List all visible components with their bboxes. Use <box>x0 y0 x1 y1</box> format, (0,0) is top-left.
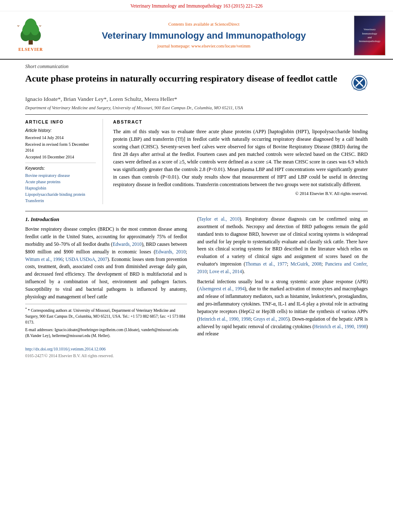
footnote-corresponding: * * Corresponding authors at: University… <box>25 307 187 325</box>
keyword-4: Lipopolysaccharide binding protein <box>25 192 96 198</box>
abstract-section: ABSTRACT The aim of this study was to ev… <box>113 119 368 204</box>
ref-gruys-2005[interactable]: Gruys et al., 2005 <box>253 316 288 321</box>
elsevier-tree-icon: Ψ Ψ <box>14 18 47 46</box>
body-left-column: 1. Introduction Bovine respiratory disea… <box>25 216 187 340</box>
svg-point-6 <box>31 25 39 35</box>
elsevier-brand-text: ELSEVIER <box>18 47 43 53</box>
keyword-5: Transferrin <box>25 198 96 204</box>
journal-header: Ψ Ψ ELSEVIER Contents lists available at… <box>0 11 393 60</box>
svg-text:Ψ: Ψ <box>17 24 20 28</box>
elsevier-logo: Ψ Ψ ELSEVIER <box>8 18 54 53</box>
svg-text:CrossMark: CrossMark <box>353 87 366 90</box>
doi-section: http://dx.doi.org/10.1016/j.vetimm.2014.… <box>0 345 393 352</box>
ref-edwards-2010b[interactable]: Edwards, 2010 <box>155 249 185 254</box>
affiliation: Department of Veterinary Medicine and Su… <box>0 104 393 115</box>
footnote-section: * * Corresponding authors at: University… <box>25 304 187 339</box>
ref-thomas-1977[interactable]: Thomas et al., 1977 <box>245 261 287 266</box>
intro-paragraph-1: Bovine respiratory disease complex (BRDC… <box>25 226 187 300</box>
journal-title: Veterinary Immunology and Immunopatholog… <box>54 29 354 42</box>
ref-taylor-2010[interactable]: Taylor et al., 2010 <box>199 216 240 221</box>
journal-center: Contents lists available at ScienceDirec… <box>54 21 354 50</box>
ref-usda-2007[interactable]: USDA USDoA, 2007 <box>66 257 108 262</box>
received-date: Received 14 July 2014 <box>25 135 96 141</box>
sciencedirect-link: Contents lists available at ScienceDirec… <box>54 21 354 28</box>
homepage-url[interactable]: www.elsevier.com/locate/vetimm <box>191 44 250 48</box>
article-title: Acute phase proteins in naturally occurr… <box>25 73 337 84</box>
article-info-heading: ARTICLE INFO <box>25 119 96 125</box>
issn-section: 0165-2427/© 2014 Elsevier B.V. All right… <box>0 352 393 362</box>
intro-paragraph-2: (Taylor et al., 2010). Respiratory disea… <box>197 216 368 276</box>
copyright: © 2014 Elsevier B.V. All rights reserved… <box>113 191 368 197</box>
journal-citation: Veterinary Immunology and Immunopatholog… <box>0 0 393 11</box>
article-title-section: Acute phase proteins in naturally occurr… <box>0 71 393 94</box>
intro-paragraph-3: Bacterial infections usually lead to a s… <box>197 278 368 338</box>
svg-text:Ψ: Ψ <box>39 24 42 28</box>
svg-point-5 <box>22 25 31 35</box>
ref-alsemgeest-1994[interactable]: Alsemgeest et al., 1994 <box>199 286 245 291</box>
crossmark-icon: CrossMark <box>351 74 368 91</box>
ref-love-2014[interactable]: Love et al., 2014 <box>209 269 242 274</box>
keyword-3: Haptoglobin <box>25 185 96 191</box>
abstract-heading: ABSTRACT <box>113 119 368 125</box>
ref-edwards-2010a[interactable]: Edwards, 2010 <box>113 242 142 247</box>
accepted-date: Accepted 16 December 2014 <box>25 154 96 160</box>
abstract-text: The aim of this study was to evaluate th… <box>113 128 368 188</box>
keywords-label: Keywords: <box>25 166 96 171</box>
ref-heinrich-1990b[interactable]: Heinrich et al., 1990, 1998 <box>314 324 366 329</box>
keyword-1: Bovine respiratory disease <box>25 173 96 179</box>
ref-wittum-1996[interactable]: Wittum et al., 1996 <box>25 257 63 262</box>
journal-cover-image: VeterinaryImmunologyandImmunopathology <box>354 16 385 55</box>
footnote-emails: E-mail addresses: Ignacio.idoate@boehrin… <box>25 327 187 339</box>
divider-history-keywords <box>25 163 96 163</box>
introduction-heading: 1. Introduction <box>25 216 187 223</box>
journal-homepage: journal homepage: www.elsevier.com/locat… <box>54 43 354 50</box>
ref-mcguirk-2008[interactable]: McGuirk, 2008 <box>290 261 322 266</box>
authors: Ignacio Idoate*, Brian Vander Ley*, Lore… <box>0 94 393 104</box>
ref-heinrich-1990[interactable]: Heinrich et al., 1990, 1998 <box>199 316 251 321</box>
article-history-label: Article history: <box>25 128 96 134</box>
body-right-column: (Taylor et al., 2010). Respiratory disea… <box>197 216 368 340</box>
revised-date: Received in revised form 5 December 2014 <box>25 142 96 153</box>
article-type: Short communication <box>0 60 393 71</box>
article-info: ARTICLE INFO Article history: Received 1… <box>25 119 103 204</box>
body-section: 1. Introduction Bovine respiratory disea… <box>0 211 393 345</box>
article-info-abstract-section: ARTICLE INFO Article history: Received 1… <box>0 115 393 208</box>
keyword-2: Acute phase proteins <box>25 179 96 185</box>
